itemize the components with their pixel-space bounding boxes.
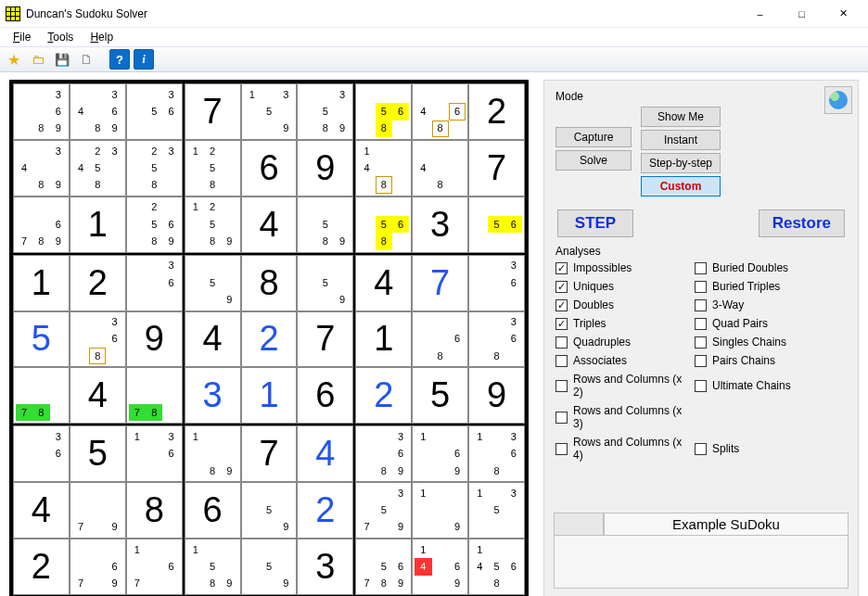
check-schains[interactable]: Singles Chains: [695, 336, 834, 349]
cell-r6-c2[interactable]: 136: [126, 425, 183, 482]
cell-r4-c6[interactable]: 1: [355, 311, 412, 368]
stepbystep-button[interactable]: Step-by-step: [641, 153, 721, 173]
cell-r5-c0[interactable]: 78: [13, 367, 70, 424]
check-pchains[interactable]: Pairs Chains: [695, 354, 834, 367]
cell-r6-c7[interactable]: 169: [412, 425, 468, 482]
cell-r3-c0[interactable]: 1: [13, 255, 70, 311]
cell-r1-c0[interactable]: 3489: [13, 140, 70, 197]
cell-r1-c4[interactable]: 6: [241, 140, 298, 197]
step-button[interactable]: STEP: [557, 209, 633, 237]
cell-r0-c5[interactable]: 3589: [297, 83, 353, 140]
cell-r3-c3[interactable]: 59: [185, 255, 241, 311]
sudoku-board[interactable]: 3689346893563489234582358678912568971359…: [9, 80, 529, 596]
check-impossibles[interactable]: Impossibles: [555, 261, 695, 274]
cell-r3-c5[interactable]: 59: [297, 255, 353, 311]
cell-r1-c3[interactable]: 1258: [185, 140, 241, 197]
cell-r3-c7[interactable]: 7: [412, 255, 468, 311]
cell-r1-c1[interactable]: 23458: [70, 140, 126, 197]
check-rc4[interactable]: Rows and Columns (x 4): [555, 436, 695, 462]
cell-r5-c1[interactable]: 4: [70, 367, 126, 424]
cell-r6-c3[interactable]: 189: [185, 425, 241, 482]
cell-r2-c4[interactable]: 4: [241, 197, 298, 253]
cell-r1-c8[interactable]: 7: [468, 140, 525, 197]
cell-r8-c7[interactable]: 1469: [412, 539, 468, 595]
cell-r4-c4[interactable]: 2: [241, 311, 298, 368]
check-btriples[interactable]: Buried Triples: [695, 280, 834, 293]
cell-r0-c4[interactable]: 1359: [241, 83, 298, 140]
info-icon[interactable]: i: [134, 49, 154, 70]
cell-r7-c5[interactable]: 2: [297, 482, 353, 539]
cell-r0-c6[interactable]: 568: [355, 83, 412, 140]
cell-r8-c0[interactable]: 2: [13, 539, 70, 595]
check-quadruples[interactable]: Quadruples: [555, 336, 695, 349]
cell-r5-c4[interactable]: 1: [241, 367, 298, 424]
cell-r6-c8[interactable]: 1368: [468, 425, 525, 482]
cell-r0-c2[interactable]: 356: [126, 83, 183, 140]
check-uchains[interactable]: Ultimate Chains: [695, 373, 834, 399]
cell-r4-c7[interactable]: 68: [412, 311, 468, 368]
instant-button[interactable]: Instant: [641, 130, 721, 150]
check-doubles[interactable]: Doubles: [555, 298, 695, 311]
check-uniques[interactable]: Uniques: [555, 280, 695, 293]
cell-r1-c6[interactable]: 148: [355, 140, 412, 197]
cell-r1-c7[interactable]: 48: [412, 140, 468, 197]
cell-r2-c5[interactable]: 589: [297, 197, 353, 253]
cell-r3-c4[interactable]: 8: [241, 255, 298, 311]
capture-button[interactable]: Capture: [555, 127, 632, 147]
check-triples[interactable]: Triples: [555, 317, 695, 330]
check-bdoubles[interactable]: Buried Doubles: [695, 261, 834, 274]
check-qpairs[interactable]: Quad Pairs: [695, 317, 834, 330]
cell-r8-c4[interactable]: 59: [241, 539, 298, 595]
new-icon[interactable]: 🗋: [76, 49, 96, 70]
cell-r4-c0[interactable]: 5: [13, 311, 70, 368]
cell-r7-c2[interactable]: 8: [126, 482, 183, 539]
cell-r0-c1[interactable]: 34689: [70, 83, 126, 140]
cell-r4-c8[interactable]: 368: [468, 311, 525, 368]
custom-button[interactable]: Custom: [641, 176, 721, 197]
check-splits[interactable]: Splits: [695, 436, 834, 462]
cell-r8-c1[interactable]: 679: [70, 539, 126, 595]
check-associates[interactable]: Associates: [555, 354, 695, 367]
cell-r7-c6[interactable]: 3579: [355, 482, 412, 539]
cell-r8-c3[interactable]: 1589: [185, 539, 241, 595]
cell-r0-c8[interactable]: 2: [468, 83, 525, 140]
cell-r5-c8[interactable]: 9: [468, 367, 525, 424]
cell-r2-c1[interactable]: 1: [70, 197, 126, 253]
cell-r1-c2[interactable]: 2358: [126, 140, 183, 197]
cell-r7-c4[interactable]: 59: [241, 482, 298, 539]
cell-r0-c3[interactable]: 7: [185, 83, 241, 140]
cell-r4-c5[interactable]: 7: [297, 311, 353, 368]
cell-r5-c2[interactable]: 78: [126, 367, 183, 424]
cell-r2-c7[interactable]: 3: [412, 197, 468, 253]
help-icon[interactable]: ?: [109, 49, 130, 70]
close-button[interactable]: ✕: [823, 0, 864, 27]
cell-r2-c0[interactable]: 6789: [13, 197, 70, 253]
example-tab-stub[interactable]: [554, 513, 604, 535]
cell-r4-c1[interactable]: 368: [70, 311, 126, 368]
open-icon[interactable]: 🗀: [28, 49, 48, 70]
cell-r5-c7[interactable]: 5: [412, 367, 468, 424]
cell-r0-c0[interactable]: 3689: [13, 83, 70, 140]
cell-r6-c0[interactable]: 36: [13, 425, 70, 482]
cell-r6-c6[interactable]: 3689: [355, 425, 412, 482]
minimize-button[interactable]: –: [739, 0, 781, 27]
showme-button[interactable]: Show Me: [641, 107, 721, 127]
cell-r4-c2[interactable]: 9: [126, 311, 183, 368]
cell-r7-c8[interactable]: 135: [468, 482, 525, 539]
check-tway[interactable]: 3-Way: [695, 298, 834, 311]
restore-button[interactable]: Restore: [759, 209, 845, 237]
cell-r3-c6[interactable]: 4: [355, 255, 412, 311]
maximize-button[interactable]: □: [781, 0, 823, 27]
cell-r8-c2[interactable]: 167: [126, 539, 183, 595]
cell-r3-c2[interactable]: 36: [126, 255, 183, 311]
cell-r1-c5[interactable]: 9: [297, 140, 353, 197]
cell-r8-c6[interactable]: 56789: [355, 539, 412, 595]
cell-r2-c3[interactable]: 12589: [185, 197, 241, 253]
cell-r6-c4[interactable]: 7: [241, 425, 298, 482]
cell-r3-c1[interactable]: 2: [70, 255, 126, 311]
cell-r5-c3[interactable]: 3: [185, 367, 241, 424]
save-icon[interactable]: 💾: [52, 49, 72, 70]
cell-r3-c8[interactable]: 36: [468, 255, 525, 311]
cell-r7-c3[interactable]: 6: [185, 482, 241, 539]
example-tab[interactable]: Example SuDoku: [604, 513, 849, 535]
